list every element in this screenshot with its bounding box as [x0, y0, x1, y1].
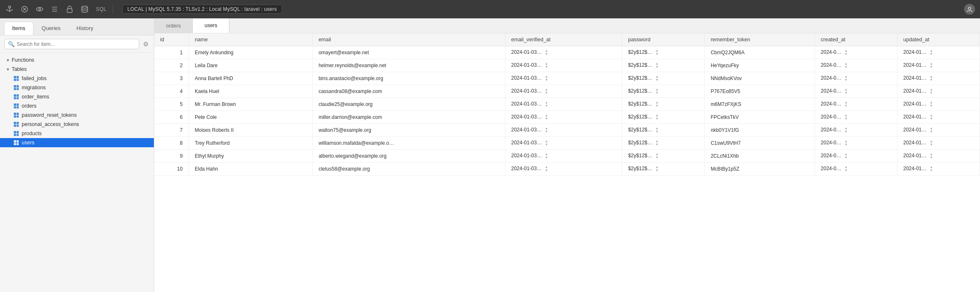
col-header-remember-token[interactable]: remember_token — [705, 33, 815, 46]
lock-icon[interactable] — [65, 5, 74, 14]
cell-password: $2y$12$… ▲▼ — [622, 85, 705, 98]
table-row[interactable]: 1 Emely Ankunding omayert@example.net 20… — [154, 46, 980, 59]
content-area: orders users id name email — [154, 18, 980, 292]
cell-password: $2y$12$… ▲▼ — [622, 124, 705, 137]
anchor-icon — [5, 5, 14, 14]
col-header-password[interactable]: password — [622, 33, 705, 46]
cell-email-verified: 2024-01-03… ▲▼ — [505, 59, 622, 72]
close-icon[interactable] — [20, 5, 29, 14]
sort-arrows-icon: ▲▼ — [545, 153, 548, 159]
table-icon — [13, 103, 19, 109]
table-row[interactable]: 4 Kaela Huel cassandra08@example.com 202… — [154, 85, 980, 98]
table-row[interactable]: 5 Mr. Furman Brown claudie25@example.org… — [154, 98, 980, 111]
cell-id: 5 — [154, 98, 188, 111]
sort-arrows-icon: ▲▼ — [844, 75, 848, 82]
cell-id: 6 — [154, 111, 188, 124]
database-icon[interactable] — [80, 5, 89, 14]
cell-name: Ethyl Murphy — [188, 150, 312, 163]
sort-arrows-icon: ▲▼ — [545, 49, 548, 56]
sort-arrows-icon: ▲▼ — [844, 101, 848, 108]
cell-created-at: 2024-0… ▲▼ — [815, 59, 897, 72]
col-header-created-at[interactable]: created_at — [815, 33, 897, 46]
sort-arrows-icon: ▲▼ — [656, 127, 659, 133]
cell-email-verified: 2024-01-03… ▲▼ — [505, 163, 622, 176]
sort-arrows-icon: ▲▼ — [930, 153, 933, 159]
col-header-email-verified[interactable]: email_verified_at — [505, 33, 622, 46]
sort-arrows-icon: ▲▼ — [930, 114, 933, 121]
avatar[interactable] — [964, 4, 975, 15]
tab-items[interactable]: Items — [4, 22, 33, 35]
cell-remember-token: HeYqezuFky — [705, 59, 815, 72]
cell-email-verified: 2024-01-03… ▲▼ — [505, 124, 622, 137]
cell-updated-at: 2024-01… ▲▼ — [897, 98, 980, 111]
cell-remember-token: McBtBy1p5Z — [705, 163, 815, 176]
cell-updated-at: 2024-01… ▲▼ — [897, 150, 980, 163]
col-header-id[interactable]: id — [154, 33, 188, 46]
top-bar: SQL LOCAL | MySQL 5.7.35 : TLSv1.2 : Loc… — [0, 0, 980, 18]
cell-id: 1 — [154, 46, 188, 59]
cell-remember-token: FPCetksTkV — [705, 111, 815, 124]
sidebar-group-tables[interactable]: ▼ Tables — [0, 65, 154, 74]
eye-icon[interactable] — [35, 5, 44, 14]
cell-updated-at: 2024-01… ▲▼ — [897, 137, 980, 150]
table-row[interactable]: 2 Leila Dare helmer.reynolds@example.net… — [154, 59, 980, 72]
data-table-wrap[interactable]: id name email email_verified_at password — [154, 33, 980, 292]
tab-orders[interactable]: orders — [154, 19, 193, 33]
sort-arrows-icon: ▲▼ — [844, 114, 848, 121]
col-header-email[interactable]: email — [312, 33, 505, 46]
cell-remember-token: m6M7zFXjKS — [705, 98, 815, 111]
sidebar-item-users[interactable]: users — [0, 138, 154, 147]
sidebar-item-failed-jobs[interactable]: failed_jobs — [0, 74, 154, 83]
sort-arrows-icon: ▲▼ — [545, 140, 548, 146]
cell-email-verified: 2024-01-03… ▲▼ — [505, 98, 622, 111]
col-header-updated-at[interactable]: updated_at — [897, 33, 980, 46]
table-row[interactable]: 10 Elda Hahn cletus58@example.org 2024-0… — [154, 163, 980, 176]
sort-arrows-icon: ▲▼ — [656, 153, 659, 159]
table-name: password_reset_tokens — [22, 112, 77, 118]
sidebar-group-functions[interactable]: ▼ Functions — [0, 55, 154, 65]
cell-remember-token: 2CLcNi1Xhb — [705, 150, 815, 163]
functions-label: Functions — [12, 57, 34, 63]
search-input-wrap[interactable]: 🔍 — [4, 39, 139, 49]
sidebar-item-password-reset[interactable]: password_reset_tokens — [0, 111, 154, 120]
sort-arrows-icon: ▲▼ — [844, 166, 848, 172]
sort-arrows-icon: ▲▼ — [930, 101, 933, 108]
svg-point-13 — [968, 7, 971, 10]
sort-arrows-icon: ▲▼ — [545, 114, 548, 121]
tab-queries[interactable]: Queries — [34, 22, 68, 35]
caret-icon: ▼ — [6, 67, 10, 72]
table-name: failed_jobs — [22, 76, 47, 81]
cell-email: williamson.mafalda@example.o… — [312, 137, 505, 150]
table-row[interactable]: 8 Trey Rutherford williamson.mafalda@exa… — [154, 137, 980, 150]
sort-arrows-icon: ▲▼ — [844, 88, 848, 95]
search-input[interactable] — [17, 41, 136, 47]
tab-history[interactable]: History — [69, 22, 101, 35]
sidebar-item-products[interactable]: products — [0, 129, 154, 138]
table-row[interactable]: 6 Pete Cole miller.darrion@example.com 2… — [154, 111, 980, 124]
caret-icon: ▼ — [6, 58, 10, 63]
table-row[interactable]: 7 Moises Roberts II walton75@example.org… — [154, 124, 980, 137]
sidebar-item-orders[interactable]: orders — [0, 101, 154, 111]
cell-email: cletus58@example.org — [312, 163, 505, 176]
tab-users[interactable]: users — [193, 18, 229, 33]
sort-arrows-icon: ▲▼ — [844, 153, 848, 159]
cell-password: $2y$12$… ▲▼ — [622, 72, 705, 85]
cell-updated-at: 2024-01… ▲▼ — [897, 72, 980, 85]
list-icon[interactable] — [50, 5, 59, 14]
col-header-name[interactable]: name — [188, 33, 312, 46]
table-icon — [13, 94, 19, 100]
cell-updated-at: 2024-01… ▲▼ — [897, 111, 980, 124]
svg-point-0 — [9, 6, 11, 8]
sidebar-item-personal-access[interactable]: personal_access_tokens — [0, 120, 154, 129]
table-row[interactable]: 3 Anna Bartell PhD bins.anastacio@exampl… — [154, 72, 980, 85]
cell-name: Pete Cole — [188, 111, 312, 124]
sidebar-item-migrations[interactable]: migrations — [0, 83, 154, 92]
cell-remember-token: P767Eo85V5 — [705, 85, 815, 98]
table-row[interactable]: 9 Ethyl Murphy alberto.wiegand@example.o… — [154, 150, 980, 163]
sidebar-item-order-items[interactable]: order_items — [0, 92, 154, 101]
cell-email: helmer.reynolds@example.net — [312, 59, 505, 72]
filter-icon[interactable]: ⚙ — [142, 39, 150, 49]
cell-id: 4 — [154, 85, 188, 98]
cell-id: 8 — [154, 137, 188, 150]
sort-arrows-icon: ▲▼ — [656, 49, 659, 56]
